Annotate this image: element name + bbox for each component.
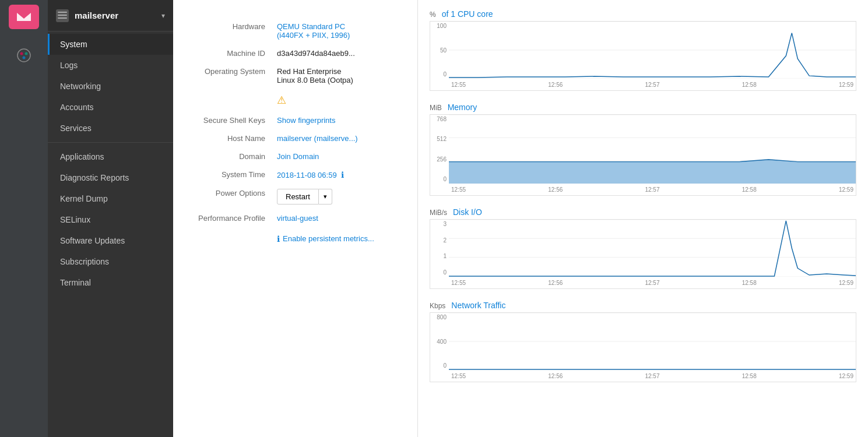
system-time-value: 2018-11-08 06:59 ℹ bbox=[275, 165, 403, 184]
svg-point-2 bbox=[25, 52, 28, 55]
disk-y-labels: 3 2 1 0 bbox=[430, 220, 449, 277]
network-chart-area bbox=[449, 313, 856, 370]
cpu-chart-header: % of 1 CPU core bbox=[430, 9, 856, 19]
sidebar-divider bbox=[48, 142, 173, 143]
disk-chart-header: MiB/s Disk I/O bbox=[430, 207, 856, 217]
memory-svg bbox=[449, 115, 856, 184]
cpu-chart-section: % of 1 CPU core 100 50 0 bbox=[430, 9, 856, 91]
domain-row: Domain Join Domain bbox=[187, 147, 403, 165]
memory-unit: MiB bbox=[430, 104, 442, 112]
power-btn-group: Restart ▾ bbox=[277, 189, 401, 205]
sidebar-item-terminal[interactable]: Terminal bbox=[48, 272, 173, 293]
info-panel: Hardware QEMU Standard PC(i440FX + PIIX,… bbox=[173, 0, 418, 437]
sidebar-item-diagnostic-reports[interactable]: Diagnostic Reports bbox=[48, 167, 173, 188]
disk-unit: MiB/s bbox=[430, 209, 447, 217]
os-value: Red Hat EnterpriseLinux 8.0 Beta (Ootpa) bbox=[275, 62, 403, 89]
hardware-row: Hardware QEMU Standard PC(i440FX + PIIX,… bbox=[187, 17, 403, 44]
system-time-link[interactable]: 2018-11-08 06:59 bbox=[277, 171, 337, 179]
sidebar-item-logs[interactable]: Logs bbox=[48, 55, 173, 76]
disk-title: Disk I/O bbox=[453, 207, 482, 217]
network-chart-section: Kbps Network Traffic 800 400 0 bbox=[430, 301, 856, 382]
svg-point-1 bbox=[20, 52, 23, 55]
sidebar-chevron-icon[interactable]: ▾ bbox=[161, 12, 165, 20]
system-time-label: System Time bbox=[187, 165, 275, 184]
machine-id-row: Machine ID d3a43d974da84aeb9... bbox=[187, 44, 403, 62]
charts-panel: % of 1 CPU core 100 50 0 bbox=[418, 0, 868, 437]
network-unit: Kbps bbox=[430, 302, 445, 310]
cpu-x-labels: 12:55 12:56 12:57 12:58 12:59 bbox=[449, 79, 856, 90]
hostname-row: Host Name mailserver (mailserve...) bbox=[187, 129, 403, 147]
disk-chart-section: MiB/s Disk I/O 3 2 1 0 bbox=[430, 207, 856, 289]
sidebar-item-system[interactable]: System bbox=[48, 34, 173, 55]
memory-y-labels: 768 512 256 0 bbox=[430, 115, 449, 184]
svg-rect-5 bbox=[58, 15, 67, 16]
sidebar-item-software-updates[interactable]: Software Updates bbox=[48, 230, 173, 251]
perf-label: Performance Profile bbox=[187, 209, 275, 227]
power-options-value: Restart ▾ bbox=[275, 184, 403, 209]
sidebar-header: mailserver ▾ bbox=[48, 0, 173, 31]
hardware-value: QEMU Standard PC(i440FX + PIIX, 1996) bbox=[275, 17, 403, 44]
system-info-table: Hardware QEMU Standard PC(i440FX + PIIX,… bbox=[187, 17, 403, 248]
machine-id-label: Machine ID bbox=[187, 44, 275, 62]
sidebar-item-subscriptions[interactable]: Subscriptions bbox=[48, 251, 173, 272]
power-options-dropdown-button[interactable]: ▾ bbox=[319, 189, 332, 205]
hostname-value: mailserver (mailserve...) bbox=[275, 129, 403, 147]
sidebar-nav: System Logs Networking Accounts Services… bbox=[48, 31, 173, 437]
sidebar-header-icon bbox=[56, 9, 69, 22]
disk-chart-area bbox=[449, 220, 856, 277]
warning-icon: ⚠ bbox=[277, 94, 286, 106]
show-fingerprints-link[interactable]: Show fingerprints bbox=[277, 116, 335, 125]
hardware-label: Hardware bbox=[187, 17, 275, 44]
sidebar-title: mailserver bbox=[75, 10, 161, 20]
machine-id-value: d3a43d974da84aeb9... bbox=[275, 44, 403, 62]
memory-chart: 768 512 256 0 bbox=[430, 114, 856, 196]
palette-icon[interactable] bbox=[12, 43, 36, 68]
ssh-label: Secure Shell Keys bbox=[187, 111, 275, 129]
sidebar-item-kernel-dump[interactable]: Kernel Dump bbox=[48, 188, 173, 209]
domain-label: Domain bbox=[187, 147, 275, 165]
sidebar-item-networking[interactable]: Networking bbox=[48, 76, 173, 97]
ssh-value: Show fingerprints bbox=[275, 111, 403, 129]
hardware-link[interactable]: QEMU Standard PC(i440FX + PIIX, 1996) bbox=[277, 22, 350, 40]
icon-bar bbox=[0, 0, 48, 437]
perf-link[interactable]: virtual-guest bbox=[277, 214, 318, 223]
app-logo[interactable] bbox=[9, 5, 39, 29]
svg-rect-4 bbox=[58, 12, 67, 13]
memory-chart-section: MiB Memory 768 512 256 0 bbox=[430, 103, 856, 196]
power-options-label: Power Options bbox=[187, 184, 275, 209]
cpu-svg bbox=[449, 22, 856, 79]
memory-chart-header: MiB Memory bbox=[430, 103, 856, 112]
network-chart-header: Kbps Network Traffic bbox=[430, 301, 856, 310]
perf-value: virtual-guest bbox=[275, 209, 403, 227]
enable-metrics-link[interactable]: ℹ Enable persistent metrics... bbox=[277, 234, 401, 244]
network-x-labels: 12:55 12:56 12:57 12:58 12:59 bbox=[449, 370, 856, 382]
sidebar-item-accounts[interactable]: Accounts bbox=[48, 97, 173, 118]
memory-chart-area bbox=[449, 115, 856, 184]
svg-point-3 bbox=[23, 57, 26, 59]
sidebar-item-applications[interactable]: Applications bbox=[48, 146, 173, 167]
network-title: Network Traffic bbox=[451, 301, 505, 310]
svg-point-0 bbox=[17, 49, 30, 62]
metrics-row: ℹ Enable persistent metrics... bbox=[187, 227, 403, 248]
join-domain-link[interactable]: Join Domain bbox=[277, 152, 319, 161]
sidebar-item-services[interactable]: Services bbox=[48, 118, 173, 139]
disk-svg bbox=[449, 220, 856, 277]
sidebar: mailserver ▾ System Logs Networking Acco… bbox=[48, 0, 173, 437]
main-content: Hardware QEMU Standard PC(i440FX + PIIX,… bbox=[173, 0, 868, 437]
power-options-row: Power Options Restart ▾ bbox=[187, 184, 403, 209]
disk-x-labels: 12:55 12:56 12:57 12:58 12:59 bbox=[449, 277, 856, 288]
cpu-unit: % bbox=[430, 10, 436, 19]
network-svg bbox=[449, 313, 856, 370]
cpu-chart: 100 50 0 12:55 12:56 12:57 bbox=[430, 21, 856, 91]
restart-button[interactable]: Restart bbox=[277, 189, 319, 205]
hostname-link[interactable]: mailserver (mailserve...) bbox=[277, 134, 358, 143]
perf-row: Performance Profile virtual-guest bbox=[187, 209, 403, 227]
sidebar-item-selinux[interactable]: SELinux bbox=[48, 209, 173, 230]
memory-title: Memory bbox=[448, 103, 477, 112]
network-chart: 800 400 0 12:55 12:56 12:57 bbox=[430, 312, 856, 382]
svg-rect-6 bbox=[58, 17, 67, 19]
disk-chart: 3 2 1 0 12:55 bbox=[430, 219, 856, 289]
cpu-title: of 1 CPU core bbox=[442, 9, 493, 19]
os-row: Operating System Red Hat EnterpriseLinux… bbox=[187, 62, 403, 89]
network-y-labels: 800 400 0 bbox=[430, 313, 449, 370]
